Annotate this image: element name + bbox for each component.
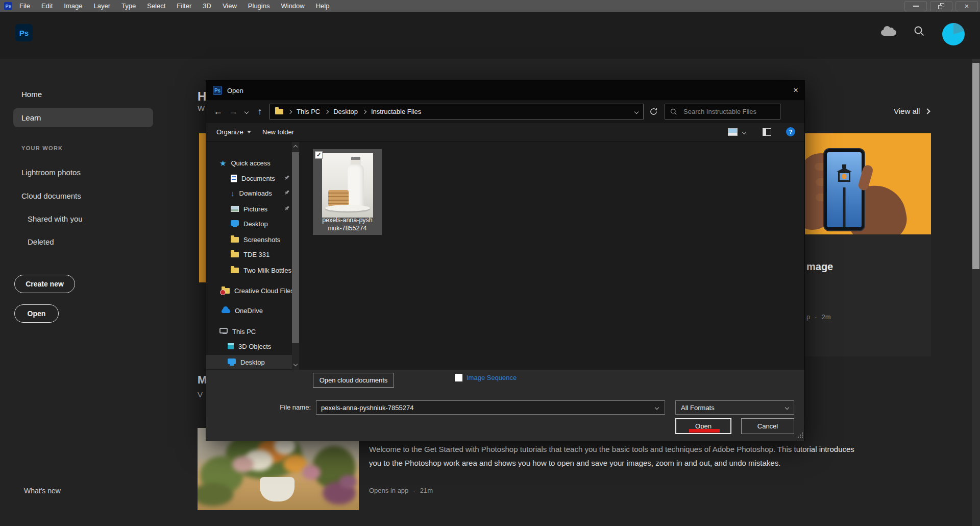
scroll-up-icon[interactable]	[293, 145, 298, 149]
cloud-sync-icon[interactable]	[881, 30, 896, 36]
menu-select[interactable]: Select	[147, 2, 165, 10]
sidebar-item-screenshots[interactable]: Screenshots	[206, 232, 292, 247]
sidebar-item-quick-access[interactable]: ★ Quick access	[206, 156, 292, 170]
open-file-button[interactable]: Open	[14, 304, 59, 323]
back-button[interactable]: ←	[210, 106, 226, 117]
open-dialog: Ps Open × ← → ↑ This PC Desktop Instruct…	[206, 80, 805, 441]
sidebar-item-documents[interactable]: Documents	[206, 171, 292, 185]
sidebar-item-this-pc[interactable]: This PC	[206, 324, 292, 339]
sidebar-item-onedrive[interactable]: OneDrive	[206, 303, 292, 318]
history-dropdown-icon[interactable]	[244, 109, 249, 113]
desktop-icon	[228, 358, 236, 364]
image-sequence-label: Image Sequence	[467, 374, 517, 381]
milk-bottle-illustration	[348, 164, 364, 208]
sidebar-item-desktop-2[interactable]: Desktop	[206, 355, 292, 369]
menu-plugins[interactable]: Plugins	[248, 2, 270, 10]
sidebar-item-3d-objects[interactable]: 3D Objects	[206, 339, 292, 353]
file-name-input[interactable]	[316, 400, 665, 415]
sidebar-item-creative-cloud-files[interactable]: Creative Cloud Files	[206, 283, 292, 298]
sidebar-item-downloads[interactable]: ↓ Downloads	[206, 186, 292, 200]
user-avatar[interactable]	[942, 23, 965, 45]
photoshop-logo: Ps	[15, 24, 33, 41]
format-select[interactable]: All Formats	[675, 400, 794, 415]
up-button[interactable]: ↑	[252, 106, 267, 117]
breadcrumb-desktop[interactable]: Desktop	[333, 108, 358, 115]
sidebar-item-two-milk-bottles[interactable]: Two Milk Bottles	[206, 263, 292, 277]
new-folder-button[interactable]: New folder	[262, 128, 294, 136]
sidebar-item-learn[interactable]: Learn	[13, 108, 153, 127]
sidebar-item-lightroom-photos[interactable]: Lightroom photos	[21, 168, 81, 177]
view-all-link[interactable]: View all	[894, 107, 929, 115]
file-selected-checkbox[interactable]: ✓	[315, 151, 323, 159]
menu-help[interactable]: Help	[316, 2, 330, 10]
image-sequence-checkbox[interactable]	[455, 374, 462, 381]
menu-file[interactable]: File	[19, 2, 30, 10]
menu-window[interactable]: Window	[281, 2, 304, 10]
click-annotation-marker	[689, 429, 720, 433]
dialog-close-button[interactable]: ×	[788, 84, 803, 97]
menu-edit[interactable]: Edit	[41, 2, 53, 10]
open-cloud-documents-button[interactable]: Open cloud documents	[313, 373, 394, 388]
sidebar-item-desktop[interactable]: Desktop	[206, 217, 292, 231]
sidebar-item-pictures[interactable]: Pictures	[206, 202, 292, 216]
tutorial-description: Welcome to the Get Started with Photosho…	[369, 442, 901, 470]
sidebar-item-deleted[interactable]: Deleted	[28, 237, 54, 246]
onedrive-icon	[222, 308, 230, 313]
search-icon[interactable]	[914, 26, 925, 39]
dialog-search-input[interactable]	[682, 107, 775, 116]
menu-layer[interactable]: Layer	[94, 2, 111, 10]
dialog-title: Open	[227, 87, 243, 94]
breadcrumb-separator-icon	[325, 109, 329, 113]
photoshop-window: Ps File Edit Image Layer Type Select Fil…	[0, 0, 980, 526]
create-new-button[interactable]: Create new	[14, 275, 75, 293]
avatar-wedge	[942, 23, 965, 45]
page-scrollbar-thumb[interactable]	[972, 63, 979, 269]
refresh-icon[interactable]	[650, 108, 657, 115]
image-sequence-option[interactable]: Image Sequence	[455, 374, 517, 381]
scroll-down-icon[interactable]	[293, 362, 298, 366]
view-mode-dropdown-icon[interactable]	[742, 130, 746, 134]
pin-icon	[284, 175, 290, 182]
chevron-right-icon	[925, 108, 930, 114]
whats-new-link[interactable]: What's new	[24, 487, 61, 495]
dialog-titlebar[interactable]: Ps Open ×	[206, 81, 804, 100]
dialog-open-button[interactable]: Open	[675, 418, 731, 434]
phone-illustration	[823, 148, 865, 231]
clipped-subtext-top: W	[198, 104, 205, 112]
breadcrumb-this-pc[interactable]: This PC	[297, 108, 320, 115]
sidebar-item-shared-with-you[interactable]: Shared with you	[28, 214, 83, 223]
dialog-footer: Open cloud documents Image Sequence File…	[206, 370, 804, 441]
menu-type[interactable]: Type	[121, 2, 136, 10]
menu-image[interactable]: Image	[64, 2, 82, 10]
file-name-field-label: File name:	[257, 403, 311, 411]
organize-menu-button[interactable]: Organize	[216, 128, 251, 136]
breadcrumb-instructable-files[interactable]: Instructable Files	[371, 108, 421, 115]
page-scrollbar[interactable]	[972, 59, 980, 526]
sidebar-item-home[interactable]: Home	[21, 90, 42, 99]
clipped-heading-top: H	[198, 89, 206, 104]
address-dropdown-icon[interactable]	[634, 109, 639, 113]
dialog-search-box[interactable]	[665, 104, 780, 119]
sidebar-scrollbar[interactable]	[292, 142, 299, 370]
file-item-pexels-anna-pyshniuk[interactable]: ✓ pexels-anna-pysh niuk-7855274	[313, 149, 382, 235]
lamp-glow	[842, 174, 847, 179]
menu-3d[interactable]: 3D	[203, 2, 211, 10]
address-bar[interactable]: This PC Desktop Instructable Files	[270, 104, 644, 119]
restore-button[interactable]	[930, 1, 952, 11]
sidebar-item-cloud-documents[interactable]: Cloud documents	[21, 192, 81, 200]
help-button[interactable]: ?	[786, 127, 795, 136]
view-mode-icon[interactable]	[728, 128, 738, 136]
preview-pane-icon[interactable]	[763, 128, 771, 136]
close-window-button[interactable]: ×	[955, 1, 978, 11]
vase-illustration	[260, 477, 295, 501]
dialog-cancel-button[interactable]: Cancel	[741, 418, 794, 434]
photoshop-taskbar-icon: Ps	[4, 2, 12, 10]
tutorial-card-meta: p · 2m	[806, 313, 831, 321]
resize-grip[interactable]	[798, 431, 803, 440]
minimize-button[interactable]	[904, 1, 927, 11]
menu-filter[interactable]: Filter	[177, 2, 191, 10]
menu-view[interactable]: View	[223, 2, 237, 10]
forward-button[interactable]: →	[226, 106, 241, 117]
sidebar-scrollbar-thumb[interactable]	[292, 152, 299, 343]
sidebar-item-tde-331[interactable]: TDE 331	[206, 247, 292, 261]
